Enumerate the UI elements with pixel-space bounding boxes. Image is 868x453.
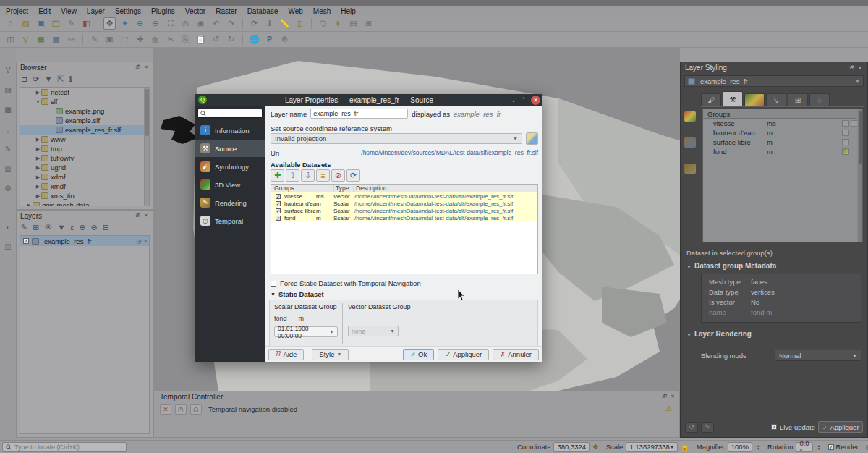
style-history-button[interactable]: ↺ <box>685 422 698 433</box>
layer-name-input[interactable] <box>310 109 408 119</box>
browser-scrollbar[interactable] <box>144 88 149 206</box>
add-selected-layers-icon[interactable]: ⊐ <box>21 75 27 84</box>
measure-icon[interactable]: 📏 <box>278 17 291 30</box>
menu-web[interactable]: Web <box>288 7 302 15</box>
style-manager-icon[interactable]: ✎ <box>65 17 77 30</box>
select-crs-button[interactable] <box>526 132 538 145</box>
tree-item-example-png[interactable]: example.png <box>20 106 149 116</box>
filter-browser-icon[interactable]: ▼ <box>44 75 52 83</box>
group-row-hauteur-deau[interactable]: hauteur d'eaum <box>703 128 862 137</box>
temporal-off-button[interactable]: ✕ <box>160 404 171 415</box>
lock-scale-icon[interactable]: 🔒 <box>681 443 689 451</box>
zoom-full-icon[interactable]: ⛶ <box>164 17 176 30</box>
menu-view[interactable]: View <box>61 7 77 15</box>
dataset-row-fond[interactable]: ✓ fondm Scalar /home/vincent/meshData/md… <box>271 214 537 221</box>
add-delimited-text-icon[interactable]: ✏ <box>65 33 77 46</box>
extent-icon[interactable]: ❖ <box>592 443 599 451</box>
select-all-button[interactable]: ≡ <box>316 169 330 182</box>
menu-vector[interactable]: Vector <box>185 7 205 15</box>
tab-labels-icon[interactable]: 🖌 <box>701 93 721 106</box>
pan-selection-icon[interactable]: ✦ <box>119 17 131 30</box>
copy-features-icon[interactable]: ⎘ <box>179 33 192 46</box>
groups-scrollbar[interactable] <box>857 109 862 242</box>
deselect-all-button[interactable]: ⊘ <box>331 169 345 182</box>
tree-item-tmp[interactable]: ▶tmp <box>20 144 149 153</box>
minimize-icon[interactable]: ⌄ <box>509 96 519 103</box>
menu-raster[interactable]: Raster <box>216 7 237 15</box>
dialog-search-input[interactable] <box>197 109 263 118</box>
refresh-map-icon[interactable]: ⟳ <box>248 17 260 30</box>
zoom-selection-icon[interactable]: ◎ <box>179 17 192 30</box>
tab-vectors-icon[interactable]: ↘ <box>766 93 786 106</box>
apply-button[interactable]: ✓Appliquer <box>438 349 489 360</box>
menu-project[interactable]: Project <box>6 7 28 15</box>
menu-database[interactable]: Database <box>247 7 278 15</box>
sidebar-item-symbology[interactable]: 🖌 Symbology <box>195 158 265 175</box>
menu-help[interactable]: Help <box>341 7 356 15</box>
tab-contours-icon[interactable] <box>744 93 765 106</box>
add-vector-layer-icon[interactable]: V <box>20 33 32 46</box>
redo-icon[interactable]: ↻ <box>225 33 237 46</box>
dataset-row-surface-libre[interactable]: ✓ surface librem Scalar /home/vincent/me… <box>271 207 537 214</box>
menu-layer[interactable]: Layer <box>87 7 105 15</box>
menu-plugins[interactable]: Plugins <box>151 7 175 15</box>
bookmark-icon[interactable]: 🖈 <box>332 17 344 30</box>
close-icon[interactable]: ✕ <box>143 213 149 219</box>
metadata-section-header[interactable]: ▼Dataset group Metadata <box>686 262 776 270</box>
dataset-checkbox[interactable]: ✓ <box>276 216 281 221</box>
properties-widget-icon[interactable]: ℹ <box>69 75 72 84</box>
remove-layer-icon[interactable]: ⊟ <box>103 223 109 232</box>
mesh-symbology-icon[interactable] <box>684 111 696 122</box>
styling-apply-button[interactable]: ✓Appliquer <box>818 421 863 433</box>
sidebar-item-information[interactable]: i Information <box>195 122 265 139</box>
add-mssql-icon[interactable]: ◌ <box>3 202 14 213</box>
filter-legend-icon[interactable]: ▼ <box>57 223 65 232</box>
vertex-tool-icon[interactable]: ✚ <box>134 33 146 46</box>
undo-icon[interactable]: ↺ <box>210 33 222 46</box>
tree-item-xdmf[interactable]: ▶xdmf <box>20 172 149 182</box>
layer-rendering-header[interactable]: ▼Layer Rendering <box>686 330 752 338</box>
add-virtual-layer-icon[interactable]: ◫ <box>3 241 14 252</box>
rotation-value[interactable]: 0.0 ° <box>796 442 812 452</box>
dataset-row-hauteur-deau[interactable]: ✓ hauteur d'eaum Scalar /home/vincent/me… <box>271 200 537 207</box>
tree-item-qgis-mesh-data[interactable]: ▶qgis-mesh-data <box>20 200 149 206</box>
zoom-next-icon[interactable]: ↷ <box>225 17 237 30</box>
close-icon[interactable]: ✕ <box>670 394 676 399</box>
static-dataset-header[interactable]: ▼ Static Dataset <box>271 290 324 298</box>
cut-features-icon[interactable]: ✂ <box>164 33 176 46</box>
manage-themes-icon[interactable]: 👁 <box>44 223 52 232</box>
add-layer-def-icon[interactable]: ◐ <box>3 221 14 232</box>
tab-datasets-icon[interactable]: ⚒ <box>723 91 743 106</box>
styling-layer-selector[interactable]: example_res_fr ▼ <box>684 75 864 87</box>
group-row-fond[interactable]: fondm <box>703 147 862 156</box>
tree-item-ugrid[interactable]: ▶ugrid <box>20 163 149 172</box>
add-raster-layer-icon[interactable]: ▦ <box>35 33 47 46</box>
zoom-last-icon[interactable]: ↶ <box>210 17 222 30</box>
options-icon[interactable]: ◧ <box>80 17 93 30</box>
identify-icon[interactable]: ℹ <box>263 17 276 30</box>
zoom-layer-icon[interactable]: ◉ <box>195 17 207 30</box>
help-button[interactable]: ⁇Aide <box>268 349 304 360</box>
undock-icon[interactable]: 🗗 <box>135 64 141 70</box>
animated-range-button[interactable]: ◶ <box>190 404 202 415</box>
data-source-manager-icon[interactable]: ◫ <box>4 33 17 46</box>
menu-mesh[interactable]: Mesh <box>313 7 331 15</box>
live-update-checkbox[interactable]: ✓Live update <box>771 423 815 431</box>
zoom-out-icon[interactable]: ⊖ <box>149 17 161 30</box>
group-row-surface-libre[interactable]: surface librem <box>703 137 862 147</box>
style-manager-button[interactable]: ✎ <box>701 422 714 433</box>
sidebar-item-source[interactable]: ⚒ Source <box>195 140 265 157</box>
open-project-icon[interactable]: ▨ <box>20 17 32 30</box>
magnifier-value[interactable]: 100% <box>728 442 752 452</box>
crs-select[interactable]: Invalid projection▼ <box>271 133 522 144</box>
dataset-checkbox[interactable]: ✓ <box>276 194 281 199</box>
reload-datasets-button[interactable]: ⟳ <box>346 169 360 182</box>
new-project-icon[interactable]: ▯ <box>4 17 17 30</box>
cancel-button[interactable]: ✗Annuler <box>493 349 539 360</box>
browser-dock-icon[interactable]: V <box>3 65 14 76</box>
save-project-icon[interactable]: ▣ <box>35 17 47 30</box>
layer-visibility-checkbox[interactable]: ✓ <box>23 238 29 244</box>
labeling-icon[interactable]: 🌐 <box>248 33 260 46</box>
add-postgis-icon[interactable]: ▥ <box>3 163 14 174</box>
menu-edit[interactable]: Edit <box>38 7 51 15</box>
